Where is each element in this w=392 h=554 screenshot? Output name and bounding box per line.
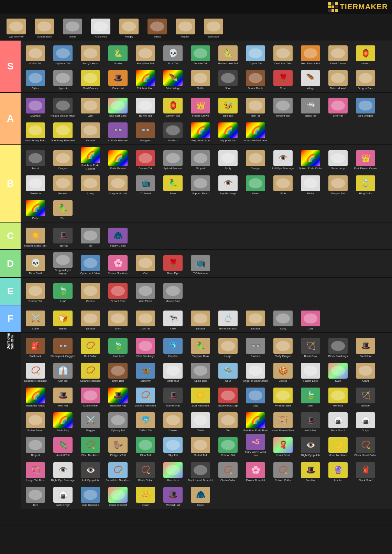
list-item: Crystal Tail [242,42,269,66]
tier-row-f: F⚔️Spear🍞BreadDefaultShortLion Tail🐄CowD… [0,305,392,333]
list-item: Salted Tail [187,433,214,457]
list-item: 🌈Any pride flag [215,119,241,143]
list-item: 🧣Black Scarf [352,459,379,483]
item-label: Platypus Beak [192,355,209,358]
list-item: 📺TV Head [132,172,159,196]
item-label: Skull Tail [167,62,178,65]
list-item: Mythical [22,94,49,118]
list-item: 🌹Rose Eye [160,252,186,276]
list-item: Rodent Tail [270,94,296,118]
list-item: 🦋Butterfly [132,359,159,383]
svg-point-94 [166,440,180,450]
svg-point-91 [221,415,235,425]
item-label: Ripped Band [193,192,208,195]
list-item: 🎩Small Hat [352,334,379,358]
list-item: Brew Belt [105,359,131,383]
svg-point-41 [166,153,180,163]
item-label: Fireant Ears [110,300,126,303]
item-label: Cute [308,327,314,330]
svg-point-60 [84,286,97,296]
list-item: Striped [187,147,214,171]
item-label: Crystal Tail [249,62,262,65]
item-label: Catfish Tail [139,429,152,432]
tier-row-a: AMythicalPlague Doctor MaskLynxBlur Star… [0,93,392,145]
list-item: Mythical Tail [50,42,76,66]
item-label: Black Scarf [359,479,372,482]
svg-point-84 [249,390,262,400]
item-label: Stacy's Hand [83,62,99,65]
list-item: Demon Tail [132,147,159,171]
svg-point-50 [194,178,207,188]
list-item: 🌈Pride [22,196,49,220]
list-item: No Ears [160,119,186,143]
list-item: 👁️Right Eye Bandage [50,459,76,483]
list-item: Dragon [50,147,76,171]
tier-label-s: S [0,41,21,92]
svg-point-62 [139,286,152,296]
svg-point-93 [139,440,152,450]
svg-point-26 [56,101,70,111]
svg-point-11 [139,48,152,58]
list-item: Canine [77,279,104,303]
item-label: Lion Tail [140,327,150,330]
svg-point-20 [194,73,207,83]
list-item: Fluffy [297,172,324,196]
item-label: Head Leaf [112,355,124,358]
tier-label-b: B [0,145,21,222]
list-item: 💍Bone Earrings [215,307,241,331]
item-label: No Ears [168,139,178,142]
svg-point-2 [66,22,79,32]
item-label: Spiked Pride Collar [299,167,322,170]
item-label: Raptor [181,35,189,39]
svg-point-54 [331,178,345,188]
list-item: Tattered Wolf [325,67,351,91]
svg-point-51 [249,178,262,188]
list-item: Black Heart Bracelet [187,459,214,483]
item-label: Black Collar [138,479,153,482]
item-label: Rainbow Pride Bow [243,429,268,432]
svg-point-73 [276,341,290,351]
item-label: Lantern [361,62,370,65]
item-label: TV Head [140,192,151,195]
item-label: Blind [69,35,76,39]
item-label: Plague Doctor Mask [51,114,75,118]
item-label: Rodent Tail [29,300,42,303]
svg-point-72 [221,341,235,351]
svg-point-31 [276,101,290,111]
svg-point-88 [111,415,125,425]
tier-items-s: Griffin TailMythical TailStacy's Hand🐍Sn… [21,41,392,92]
item-label: Slit [88,244,92,248]
list-item: 🌈Any pride bandana [242,119,269,143]
item-label: Rabid Canine [330,62,346,65]
item-label: Lunaris Necklace [135,404,156,408]
list-item: 🍃Leaf [50,279,76,303]
item-label: Nonbinary Bandana [51,139,75,142]
list-item: Dragon Ears [352,67,379,91]
item-label: Teeth [197,429,204,432]
tier-items-e: Rodent Tail🍃LeafCanineFireant EarsWolf P… [21,278,392,305]
svg-point-95 [194,440,207,450]
item-label: Steampunk Goggles [51,355,76,358]
item-label: Warhammer [9,35,24,39]
item-label: Backwards Cap [218,404,238,408]
item-label: Cone Hat [112,87,124,90]
list-item: 📺TV Antenna [187,252,214,276]
item-label: Default [196,327,205,330]
list-item: 🌸Flower Bracelet [242,459,269,483]
item-label: Canine [86,300,95,303]
item-label: Blur Star Ears [109,114,127,118]
item-label: Rodent Tail [276,114,290,118]
item-label: Zombie Tail [194,62,208,65]
list-item: Large [215,334,241,358]
item-label: Left Eye Bandage [272,167,294,170]
list-item: 👓Steampunk Goggles [50,334,76,358]
list-item: 🌈Rainbow Rings [22,384,49,408]
list-item: Cyber [22,67,49,91]
item-label: Griffin [197,87,204,90]
item-label: Blue Bandana [82,503,99,507]
item-label: Wizard Hat [166,503,180,507]
list-item: Stacy's Hand [77,42,104,66]
logo: TiERMAkER [328,2,388,12]
item-label: Flower Crown [192,114,209,118]
list-item: Mouse Ears [160,279,186,303]
